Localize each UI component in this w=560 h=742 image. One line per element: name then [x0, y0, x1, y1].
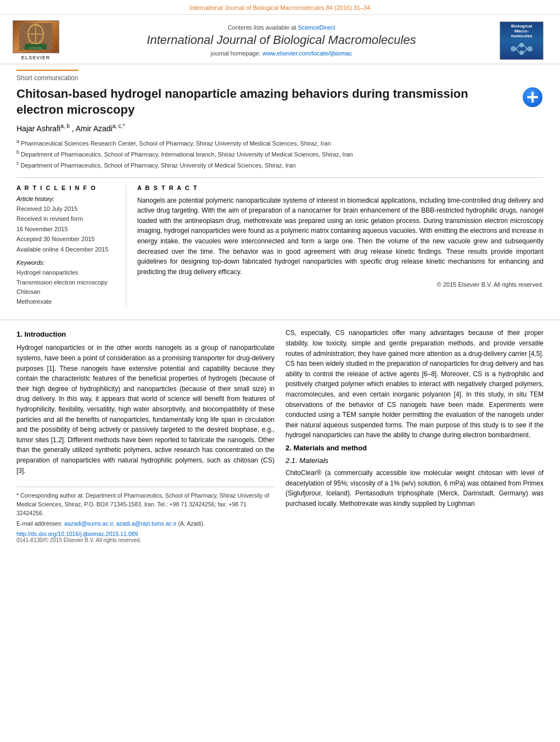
- contents-available-line: Contents lists available at ScienceDirec…: [71, 24, 491, 31]
- abstract-text: Nanogels are potential polymeric nanopar…: [137, 196, 544, 277]
- intro-paragraph: Hydrogel nanoparticles or in the other w…: [16, 343, 275, 476]
- body-two-col: 1. Introduction Hydrogel nanoparticles o…: [16, 328, 544, 543]
- abstract-heading: A B S T R A C T: [137, 185, 544, 191]
- footnote-email: E-mail addresses: aazadi@sums.ac.ir, aza…: [16, 520, 275, 528]
- history-revised-label: Received in revised form: [16, 214, 117, 224]
- svg-point-6: [511, 46, 516, 52]
- svg-line-12: [524, 49, 527, 53]
- article-title: Chitosan-based hydrogel nanoparticle ama…: [16, 86, 513, 118]
- journal-title: International Journal of Biological Macr…: [71, 33, 491, 47]
- history-label: Article history:: [16, 196, 117, 202]
- journal-citation: International Journal of Biological Macr…: [190, 4, 371, 11]
- title-row: Chitosan-based hydrogel nanoparticle ama…: [16, 86, 544, 118]
- svg-point-7: [519, 43, 524, 47]
- crossmark-icon: [527, 92, 538, 103]
- history-received: Received 10 July 2015: [16, 204, 117, 214]
- materials-text: ChitoClear® (a commercially accessible l…: [285, 468, 544, 509]
- keyword-1: Hydrogel nanoparticles: [16, 268, 117, 278]
- svg-rect-4: [25, 44, 47, 49]
- authors-line: Hajar Ashrafia, b , Amir Azadia, c,*: [16, 123, 544, 133]
- doi-line[interactable]: http://dx.doi.org/10.1016/j.ijbiomac.201…: [16, 531, 275, 537]
- footnote-section: * Corresponding author at: Department of…: [16, 487, 275, 543]
- svg-line-11: [524, 45, 527, 49]
- affil-a: a Pharmaceutical Sciences Research Cente…: [16, 137, 544, 148]
- info-abstract-row: A R T I C L E I N F O Article history: R…: [16, 177, 544, 307]
- author1-sup: a, b: [60, 123, 70, 129]
- article-info-heading: A R T I C L E I N F O: [16, 185, 117, 191]
- materials-heading: 2. Materials and method: [285, 444, 544, 452]
- keyword-4: Methotrexate: [16, 297, 117, 307]
- elsevier-logo: ELSEVIER ELSEVIER: [11, 20, 60, 60]
- intro-right-paragraph: CS, especially, CS nanoparticles offer m…: [285, 328, 544, 440]
- affil-b: b Department of Pharmaceutics, School of…: [16, 148, 544, 159]
- footnote-star: * Corresponding author at: Department of…: [16, 492, 275, 517]
- author2-sup: a, c,: [113, 123, 123, 129]
- homepage-url[interactable]: www.elsevier.com/locate/ijbiomac: [262, 50, 352, 57]
- author2-name: , Amir Azadi: [72, 124, 113, 133]
- keywords-label: Keywords:: [16, 259, 117, 266]
- intro-heading: 1. Introduction: [16, 330, 275, 338]
- materials-subheading: 2.1. Materials: [285, 456, 544, 465]
- elsevier-wordmark: ELSEVIER: [21, 55, 51, 60]
- keyword-3: Chitosan: [16, 287, 117, 297]
- license-line: 0141-8130/© 2015 Elsevier B.V. All right…: [16, 537, 275, 543]
- top-bar: International Journal of Biological Macr…: [0, 0, 560, 15]
- star-sup: *: [123, 123, 125, 129]
- journal-cover-image: Biological Macro- molecules: [500, 21, 544, 60]
- article-section: Short communication Chitosan-based hydro…: [0, 64, 560, 320]
- body-left-col: 1. Introduction Hydrogel nanoparticles o…: [16, 328, 275, 543]
- email-link-2[interactable]: azadi.a@razi.tums.ac.ir: [116, 520, 177, 527]
- svg-text:ELSEVIER: ELSEVIER: [29, 47, 42, 49]
- history-accepted: Accepted 30 November 2015: [16, 235, 117, 244]
- article-type: Short communication: [16, 70, 79, 82]
- email-attribution: (A. Azadi).: [178, 520, 204, 527]
- article-info-col: A R T I C L E I N F O Article history: R…: [16, 185, 126, 307]
- svg-point-9: [519, 51, 524, 55]
- affil-c: c Department of Pharmaceutics, School of…: [16, 159, 544, 170]
- history-revised-date: 16 November 2015: [16, 225, 117, 234]
- journal-homepage-line: journal homepage: www.elsevier.com/locat…: [71, 50, 491, 57]
- journal-info-center: Contents lists available at ScienceDirec…: [71, 24, 491, 57]
- svg-point-8: [527, 46, 533, 52]
- svg-line-10: [516, 45, 519, 49]
- keyword-2: Transmission electron microscopy: [16, 278, 117, 288]
- main-content: 1. Introduction Hydrogel nanoparticles o…: [0, 320, 560, 554]
- svg-point-1: [28, 24, 43, 44]
- affiliations: a Pharmaceutical Sciences Research Cente…: [16, 137, 544, 171]
- copyright: © 2015 Elsevier B.V. All rights reserved…: [137, 281, 544, 288]
- svg-line-13: [516, 49, 519, 53]
- svg-rect-0: [19, 23, 52, 51]
- email-link-1[interactable]: aazadi@sums.ac.ir: [64, 520, 113, 527]
- crossmark-circle: [523, 87, 542, 107]
- author1-name: Hajar Ashrafi: [16, 124, 60, 133]
- history-online: Available online 4 December 2015: [16, 245, 117, 254]
- body-right-col: CS, especially, CS nanoparticles offer m…: [285, 328, 544, 543]
- abstract-col: A B S T R A C T Nanogels are potential p…: [137, 185, 544, 307]
- crossmark-badge[interactable]: [522, 86, 544, 108]
- sciencedirect-link[interactable]: ScienceDirect: [298, 24, 335, 31]
- elsevier-logo-image: ELSEVIER: [13, 20, 59, 53]
- journal-header: ELSEVIER ELSEVIER Contents lists availab…: [0, 15, 560, 64]
